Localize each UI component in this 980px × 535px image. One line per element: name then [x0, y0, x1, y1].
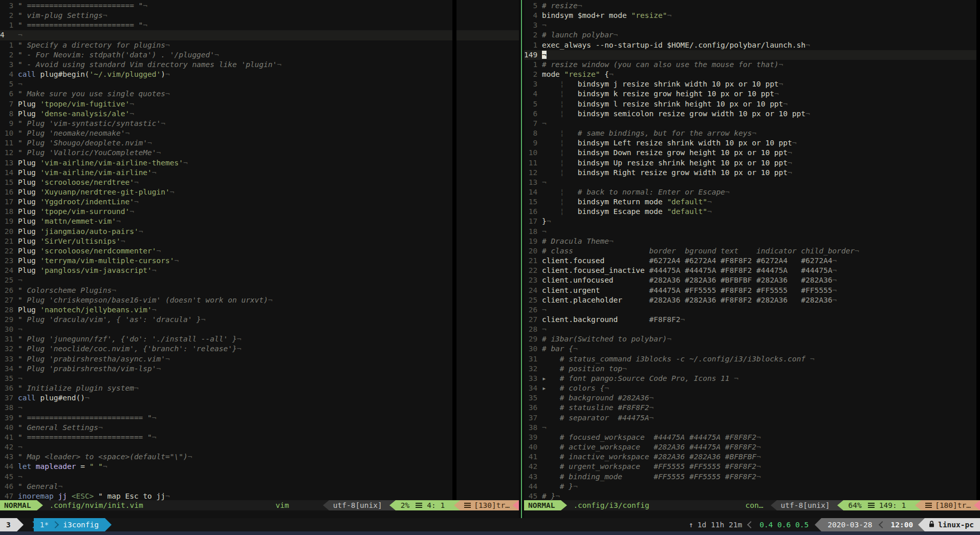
- code-line[interactable]: 29 # i3bar(Switched to polybar)¬: [524, 334, 980, 344]
- code-line[interactable]: 19 Plug 'mattn/emmet-vim'¬: [0, 217, 519, 226]
- code-line[interactable]: 23 client.unfocused #282A36 #282A36 #BFB…: [524, 275, 980, 285]
- code-line[interactable]: 35 ¬: [0, 374, 519, 383]
- code-line[interactable]: 18 ¬: [524, 227, 980, 237]
- code-line[interactable]: 12 ¦ bindsym Right resize grow width 10 …: [524, 168, 980, 178]
- code-line[interactable]: 30 # bar {¬: [524, 344, 980, 354]
- code-line[interactable]: 22 client.focused_inactive #44475A #4447…: [524, 266, 980, 275]
- code-line[interactable]: 26 ¬: [524, 305, 980, 315]
- code-line[interactable]: 28 Plug 'nanotech/jellybeans.vim'¬: [0, 305, 519, 315]
- code-buffer-i3-config[interactable]: 5 # resize¬ 4 bindsym $mod+r mode "resiz…: [524, 0, 980, 500]
- code-line[interactable]: 38 ¬: [524, 423, 980, 433]
- code-line[interactable]: 45 # }¬: [524, 491, 980, 500]
- code-line[interactable]: 25 client.placeholder #282A36 #282A36 #F…: [524, 295, 980, 305]
- code-line[interactable]: 25 ¬: [0, 275, 519, 285]
- vim-command-line[interactable]: [0, 510, 519, 518]
- code-line[interactable]: 21 client.focused #6272A4 #6272A4 #F8F8F…: [524, 256, 980, 266]
- code-line[interactable]: 1 # resize window (you can also use the …: [524, 60, 980, 70]
- code-line[interactable]: 38 ¬: [0, 403, 519, 413]
- code-line[interactable]: 33 ▸ # font pango:Source Code Pro, Icons…: [524, 374, 980, 383]
- code-line[interactable]: 16 ¦ bindsym Escape mode "default"¬: [524, 207, 980, 217]
- code-line[interactable]: 9 " Plug 'vim-syntastic/syntastic'¬: [0, 119, 519, 129]
- code-line[interactable]: 13 ¬: [524, 178, 980, 187]
- code-line[interactable]: 5 # resize¬: [524, 1, 980, 11]
- code-line[interactable]: 7 Plug 'tpope/vim-fugitive'¬: [0, 99, 519, 109]
- code-line[interactable]: 7 ¬: [524, 119, 980, 129]
- tmux-window-tab[interactable]: 1*i3config: [34, 518, 105, 531]
- code-line[interactable]: 32 # position top¬: [524, 364, 980, 374]
- code-line[interactable]: 11 ¦ bindsym Up resize shrink height 10 …: [524, 158, 980, 168]
- code-line[interactable]: 9 ¦ bindsym Left resize shrink width 10 …: [524, 138, 980, 148]
- code-line[interactable]: 13 Plug 'vim-airline/vim-airline-themes'…: [0, 158, 519, 168]
- code-line[interactable]: 35 # background #282A36¬: [524, 393, 980, 403]
- code-line[interactable]: 3 ¬: [524, 20, 980, 30]
- code-line[interactable]: 20 # class border bground text indicator…: [524, 246, 980, 256]
- code-line[interactable]: 24 client.urgent #44475A #FF5555 #F8F8F2…: [524, 286, 980, 295]
- code-line[interactable]: 1 " Specify a directory for plugins¬: [0, 40, 519, 50]
- code-line[interactable]: 41 " ========================== "¬: [0, 433, 519, 442]
- code-line[interactable]: 33 " Plug 'prabirshrestha/async.vim'¬: [0, 354, 519, 364]
- code-line[interactable]: 149 ¬: [524, 50, 980, 60]
- code-line[interactable]: 39 # focused_workspace #44475A #44475A #…: [524, 433, 980, 442]
- code-line[interactable]: 8 Plug 'dense-analysis/ale'¬: [0, 109, 519, 119]
- tmux-session-name[interactable]: 3: [0, 518, 17, 531]
- code-line[interactable]: 24 Plug 'pangloss/vim-javascript'¬: [0, 266, 519, 275]
- code-line[interactable]: 31 # status_command i3blocks -c ~/.confi…: [524, 354, 980, 364]
- vim-pane-i3-config[interactable]: 5 # resize¬ 4 bindsym $mod+r mode "resiz…: [524, 0, 980, 518]
- code-line[interactable]: 27 " Plug 'chriskempson/base16-vim' (doe…: [0, 295, 519, 305]
- tmux-pane-divider[interactable]: [519, 0, 524, 518]
- code-line[interactable]: 42 # urgent_workspace #FF5555 #FF5555 #F…: [524, 462, 980, 472]
- code-line[interactable]: 6 " Make sure you use single quotes¬: [0, 89, 519, 99]
- code-line[interactable]: 22 Plug 'scrooloose/nerdcommenter'¬: [0, 246, 519, 256]
- code-line[interactable]: 45 ¬: [0, 472, 519, 482]
- code-line[interactable]: 40 # active_workspace #282A36 #44475A #F…: [524, 442, 980, 452]
- code-line[interactable]: 29 " Plug 'dracula/vim', { 'as': 'dracul…: [0, 315, 519, 325]
- code-line[interactable]: 32 " Plug 'neoclide/coc.nvim', {'branch'…: [0, 344, 519, 354]
- code-line[interactable]: 40 " General Settings¬: [0, 423, 519, 433]
- code-line[interactable]: 14 ¦ # back to normal: Enter or Escape¬: [524, 187, 980, 197]
- code-line[interactable]: 31 " Plug 'junegunn/fzf', {'do': './inst…: [0, 334, 519, 344]
- code-line[interactable]: 2 " - For Neovim: stdpath('data') . '/pl…: [0, 50, 519, 60]
- code-line[interactable]: 15 Plug 'scrooloose/nerdtree'¬: [0, 178, 519, 187]
- code-line[interactable]: 43 # binding_mode #FF5555 #FF5555 #F8F8F…: [524, 472, 980, 482]
- code-line[interactable]: 1 exec_always --no-startup-id $HOME/.con…: [524, 40, 980, 50]
- vim-pane-init-vim[interactable]: 3 " ======================== "¬ 2 " vim-…: [0, 0, 519, 518]
- code-line[interactable]: 8 ¦ # same bindings, but for the arrow k…: [524, 129, 980, 138]
- code-line[interactable]: 16 Plug 'Xuyuanp/nerdtree-git-plugin'¬: [0, 187, 519, 197]
- code-line[interactable]: 37 call plug#end()¬: [0, 393, 519, 403]
- code-line[interactable]: 37 # separator #44475A¬: [524, 413, 980, 423]
- code-line[interactable]: 28 ¬: [524, 325, 980, 334]
- code-line[interactable]: 2 " vim-plug Settings¬: [0, 11, 519, 20]
- code-line[interactable]: 46 " General¬: [0, 482, 519, 491]
- code-line[interactable]: 44 let mapleader = " "¬: [0, 462, 519, 472]
- code-line[interactable]: 41 # inactive_workspace #282A36 #282A36 …: [524, 452, 980, 462]
- code-line[interactable]: 3 " ======================== "¬: [0, 1, 519, 11]
- code-line[interactable]: 14 Plug 'vim-airline/vim-airline'¬: [0, 168, 519, 178]
- code-line[interactable]: 12 " Plug 'Valloric/YouCompleteMe'¬: [0, 148, 519, 158]
- code-line[interactable]: 17 Plug 'Yggdroot/indentLine'¬: [0, 197, 519, 207]
- code-line[interactable]: 27 client.background #F8F8F2¬: [524, 315, 980, 325]
- code-line[interactable]: 2 mode "resize" {¬: [524, 70, 980, 79]
- code-line[interactable]: 42 ¬: [0, 442, 519, 452]
- code-line[interactable]: 6 ¦ bindsym semicolon resize grow width …: [524, 109, 980, 119]
- code-line[interactable]: 3 " - Avoid using standard Vim directory…: [0, 60, 519, 70]
- code-line[interactable]: 47 inoremap jj <ESC> " map Esc to jj¬: [0, 491, 519, 500]
- code-line[interactable]: 26 " Colorscheme Plugins¬: [0, 286, 519, 295]
- code-line[interactable]: 18 Plug 'tpope/vim-surround'¬: [0, 207, 519, 217]
- code-line[interactable]: 15 ¦ bindsym Return mode "default"¬: [524, 197, 980, 207]
- code-line[interactable]: 10 ¦ bindsym Down resize grow height 10 …: [524, 148, 980, 158]
- code-line[interactable]: 1 " ======================== "¬: [0, 20, 519, 30]
- code-line[interactable]: 30 ¬: [0, 325, 519, 334]
- code-line[interactable]: 43 " Map <leader> to <space>(default="\"…: [0, 452, 519, 462]
- code-line[interactable]: 3 ¦ bindsym j resize shrink width 10 px …: [524, 79, 980, 89]
- code-line[interactable]: 4 bindsym $mod+r mode "resize"¬: [524, 11, 980, 20]
- vim-command-line[interactable]: [524, 510, 980, 518]
- code-line[interactable]: 19 # Dracula Theme¬: [524, 237, 980, 246]
- code-line[interactable]: 5 ¬: [0, 79, 519, 89]
- code-line[interactable]: 44 # }¬: [524, 482, 980, 491]
- code-buffer-init-vim[interactable]: 3 " ======================== "¬ 2 " vim-…: [0, 0, 519, 500]
- code-line[interactable]: 39 " ========================== "¬: [0, 413, 519, 423]
- code-line[interactable]: 20 Plug 'jiangmiao/auto-pairs'¬: [0, 227, 519, 237]
- code-line[interactable]: 21 Plug 'SirVer/ultisnips'¬: [0, 237, 519, 246]
- code-line[interactable]: 4 call plug#begin('~/.vim/plugged')¬: [0, 70, 519, 79]
- code-line[interactable]: 17 }¬: [524, 217, 980, 226]
